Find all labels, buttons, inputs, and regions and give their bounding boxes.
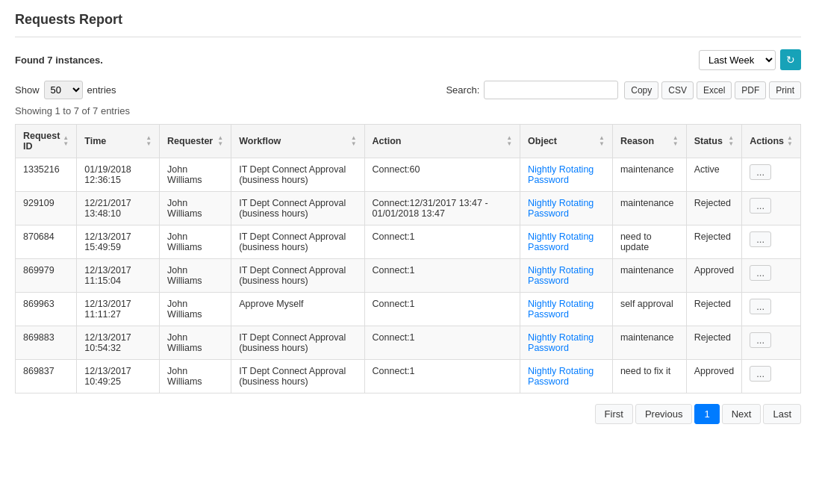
print-button[interactable]: Print [769, 81, 801, 99]
cell-time: 12/13/2017 11:11:27 [77, 293, 160, 326]
refresh-button[interactable]: ↻ [780, 49, 801, 70]
search-label: Search: [446, 84, 479, 96]
cell-reason: need to fix it [612, 360, 686, 393]
cell-actions[interactable]: ... [742, 192, 801, 225]
search-input[interactable] [484, 81, 618, 99]
pdf-button[interactable]: PDF [735, 81, 766, 99]
table-row: 86983712/13/2017 10:49:25John WilliamsIT… [16, 360, 801, 393]
sort-time[interactable]: ▲▼ [146, 135, 152, 147]
cell-object[interactable]: Nightly Rotating Password [520, 293, 613, 326]
page-1-button[interactable]: 1 [694, 404, 719, 424]
row-actions-button[interactable]: ... [750, 332, 771, 348]
col-reason[interactable]: Reason ▲▼ [612, 125, 686, 158]
sort-action[interactable]: ▲▼ [506, 135, 512, 147]
cell-object[interactable]: Nightly Rotating Password [520, 192, 613, 225]
controls-bar: Show 10 25 50 100 entries Search: Copy C… [15, 81, 801, 99]
cell-status: Rejected [686, 192, 742, 225]
excel-button[interactable]: Excel [697, 81, 732, 99]
search-export-bar: Search: Copy CSV Excel PDF Print [446, 81, 801, 99]
object-link[interactable]: Nightly Rotating Password [528, 231, 594, 252]
object-link[interactable]: Nightly Rotating Password [528, 198, 594, 219]
row-actions-button[interactable]: ... [750, 299, 771, 314]
previous-page-button[interactable]: Previous [635, 404, 693, 424]
table-row: 86988312/13/2017 10:54:32John WilliamsIT… [16, 326, 801, 360]
copy-button[interactable]: Copy [624, 81, 658, 99]
sort-workflow[interactable]: ▲▼ [351, 135, 357, 147]
cell-workflow: IT Dept Connect Approval (business hours… [231, 158, 364, 192]
cell-reason: need to update [612, 225, 686, 259]
cell-object[interactable]: Nightly Rotating Password [520, 259, 613, 293]
page-title: Requests Report [15, 12, 801, 37]
cell-actions[interactable]: ... [742, 259, 801, 293]
table-row: 87068412/13/2017 15:49:59John WilliamsIT… [16, 225, 801, 259]
col-object[interactable]: Object ▲▼ [520, 125, 613, 158]
entries-select[interactable]: 10 25 50 100 [44, 81, 83, 99]
col-workflow[interactable]: Workflow ▲▼ [231, 125, 364, 158]
csv-button[interactable]: CSV [661, 81, 694, 99]
object-link[interactable]: Nightly Rotating Password [528, 164, 594, 185]
cell-object[interactable]: Nightly Rotating Password [520, 158, 613, 192]
row-actions-button[interactable]: ... [750, 366, 771, 382]
sort-request-id[interactable]: ▲▼ [63, 135, 69, 147]
cell-time: 12/13/2017 10:54:32 [77, 326, 160, 360]
first-page-button[interactable]: First [595, 404, 633, 424]
col-status[interactable]: Status ▲▼ [686, 125, 742, 158]
cell-object[interactable]: Nightly Rotating Password [520, 326, 613, 360]
entries-label: entries [87, 84, 116, 96]
cell-reason: maintenance [612, 158, 686, 192]
cell-action: Connect:1 [364, 293, 520, 326]
cell-requester: John Williams [160, 360, 231, 393]
object-link[interactable]: Nightly Rotating Password [528, 265, 594, 286]
cell-workflow: IT Dept Connect Approval (business hours… [231, 259, 364, 293]
cell-request-id: 929109 [16, 192, 77, 225]
show-entries: Show 10 25 50 100 entries [15, 81, 116, 99]
cell-action: Connect:1 [364, 259, 520, 293]
cell-actions[interactable]: ... [742, 326, 801, 360]
col-request-id[interactable]: RequestID ▲▼ [16, 125, 77, 158]
object-link[interactable]: Nightly Rotating Password [528, 332, 594, 353]
row-actions-button[interactable]: ... [750, 198, 771, 214]
cell-actions[interactable]: ... [742, 158, 801, 192]
data-table: RequestID ▲▼ Time ▲▼ Requester ▲▼ [15, 124, 801, 393]
cell-status: Approved [686, 360, 742, 393]
cell-status: Active [686, 158, 742, 192]
cell-status: Approved [686, 259, 742, 293]
sort-actions[interactable]: ▲▼ [787, 135, 793, 147]
cell-actions[interactable]: ... [742, 225, 801, 259]
cell-requester: John Williams [160, 158, 231, 192]
cell-actions[interactable]: ... [742, 360, 801, 393]
cell-request-id: 869837 [16, 360, 77, 393]
cell-requester: John Williams [160, 326, 231, 360]
sort-object[interactable]: ▲▼ [599, 135, 605, 147]
object-link[interactable]: Nightly Rotating Password [528, 366, 594, 387]
cell-workflow: IT Dept Connect Approval (business hours… [231, 360, 364, 393]
col-requester[interactable]: Requester ▲▼ [160, 125, 231, 158]
cell-workflow: IT Dept Connect Approval (business hours… [231, 225, 364, 259]
col-actions[interactable]: Actions ▲▼ [742, 125, 801, 158]
cell-reason: maintenance [612, 259, 686, 293]
cell-actions[interactable]: ... [742, 293, 801, 326]
row-actions-button[interactable]: ... [750, 265, 771, 281]
cell-object[interactable]: Nightly Rotating Password [520, 360, 613, 393]
cell-requester: John Williams [160, 192, 231, 225]
date-filter-select[interactable]: Last Week Last Month Last Year All Time [699, 50, 776, 70]
row-actions-button[interactable]: ... [750, 231, 771, 247]
table-row: 86996312/13/2017 11:11:27John WilliamsAp… [16, 293, 801, 326]
cell-action: Connect:1 [364, 326, 520, 360]
col-action[interactable]: Action ▲▼ [364, 125, 520, 158]
sort-status[interactable]: ▲▼ [728, 135, 734, 147]
cell-object[interactable]: Nightly Rotating Password [520, 225, 613, 259]
cell-time: 12/13/2017 11:15:04 [77, 259, 160, 293]
date-filter: Last Week Last Month Last Year All Time … [699, 49, 801, 70]
object-link[interactable]: Nightly Rotating Password [528, 299, 594, 320]
col-time[interactable]: Time ▲▼ [77, 125, 160, 158]
sort-reason[interactable]: ▲▼ [673, 135, 679, 147]
cell-reason: maintenance [612, 326, 686, 360]
next-page-button[interactable]: Next [722, 404, 762, 424]
row-actions-button[interactable]: ... [750, 164, 771, 180]
cell-status: Rejected [686, 293, 742, 326]
last-page-button[interactable]: Last [763, 404, 801, 424]
cell-request-id: 1335216 [16, 158, 77, 192]
cell-action: Connect:1 [364, 360, 520, 393]
sort-requester[interactable]: ▲▼ [217, 135, 223, 147]
